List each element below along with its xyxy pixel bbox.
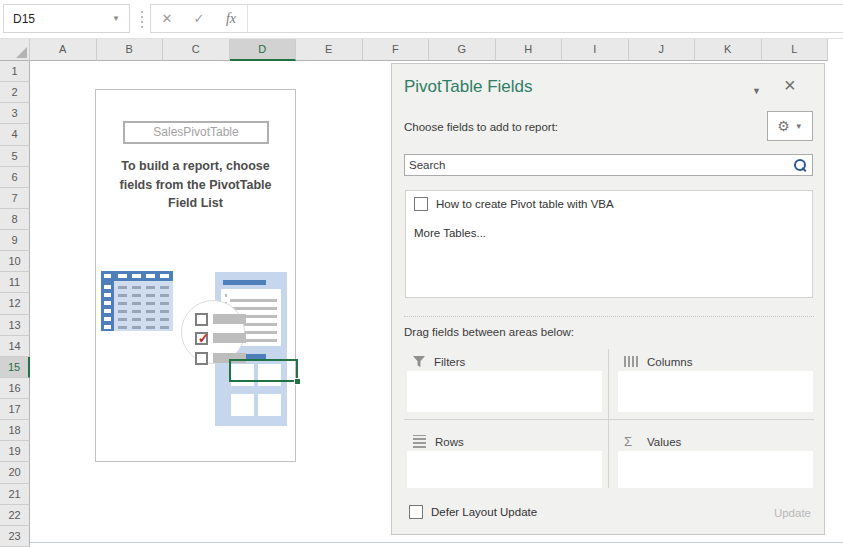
column-header-L[interactable]: L xyxy=(762,39,829,61)
column-header-B[interactable]: B xyxy=(97,39,164,61)
pivot-placeholder-message: To build a report, choose fields from th… xyxy=(105,157,286,213)
defer-label: Defer Layout Update xyxy=(431,506,537,518)
pane-close-icon[interactable]: × xyxy=(784,74,796,97)
areas-horizontal-divider xyxy=(404,419,814,420)
column-header-J[interactable]: J xyxy=(629,39,696,61)
row-header-16[interactable]: 16 xyxy=(0,378,30,399)
row-header-19[interactable]: 19 xyxy=(0,441,30,462)
row-header-11[interactable]: 11 xyxy=(0,272,30,293)
insert-function-icon[interactable]: fx xyxy=(215,11,247,27)
active-cell-selection xyxy=(229,359,298,382)
illustration-checkbox-checked: ✓ xyxy=(195,332,208,345)
row-header-12[interactable]: 12 xyxy=(0,293,30,314)
area-label-filters: Filters xyxy=(434,356,465,368)
row-header-13[interactable]: 13 xyxy=(0,315,30,336)
select-all-corner[interactable] xyxy=(0,39,30,61)
formula-input[interactable] xyxy=(248,5,843,32)
row-header-5[interactable]: 5 xyxy=(0,146,30,167)
row-header-20[interactable]: 20 xyxy=(0,462,30,483)
illustration-area-box xyxy=(231,394,254,416)
formula-bar-row: D15 ▼ ✕ ✓ fx xyxy=(0,0,843,38)
illustration-checkbox xyxy=(195,352,208,365)
column-header-A[interactable]: A xyxy=(30,39,97,61)
row-header-8[interactable]: 8 xyxy=(0,209,30,230)
funnel-icon xyxy=(413,356,425,367)
gear-icon: ⚙ xyxy=(777,119,790,133)
row-header-18[interactable]: 18 xyxy=(0,420,30,441)
rows-icon xyxy=(413,435,426,448)
defer-layout-row: Defer Layout Update xyxy=(409,505,537,519)
illustration-checkbox xyxy=(195,313,208,326)
name-box[interactable]: D15 ▼ xyxy=(3,4,130,33)
more-tables-link[interactable]: More Tables... xyxy=(414,227,804,239)
pivot-placeholder: SalesPivotTable To build a report, choos… xyxy=(95,89,296,462)
fill-handle[interactable] xyxy=(294,378,301,385)
row-header-22[interactable]: 22 xyxy=(0,505,30,526)
row-header-17[interactable]: 17 xyxy=(0,399,30,420)
enter-icon[interactable]: ✓ xyxy=(183,11,215,26)
columns-icon xyxy=(624,356,638,367)
row-header-14[interactable]: 14 xyxy=(0,336,30,357)
fields-list: How to create Pivot table with VBA More … xyxy=(405,190,813,298)
columns-dropzone[interactable] xyxy=(618,371,813,412)
tools-button[interactable]: ⚙ ▼ xyxy=(767,111,813,141)
window-bottom-edge xyxy=(30,542,843,543)
row-header-23[interactable]: 23 xyxy=(0,526,30,547)
row-header-7[interactable]: 7 xyxy=(0,188,30,209)
magnifier-illustration: ✓ xyxy=(181,300,245,364)
field-checkbox[interactable] xyxy=(414,197,428,211)
table-illustration-icon xyxy=(101,271,173,331)
row-header-15[interactable]: 15 xyxy=(0,357,30,378)
pivot-name-box[interactable]: SalesPivotTable xyxy=(123,121,269,144)
red-check-icon: ✓ xyxy=(197,330,210,346)
search-input[interactable]: Search xyxy=(404,154,813,176)
pane-title: PivotTable Fields xyxy=(404,77,533,97)
values-dropzone[interactable] xyxy=(618,451,813,488)
pane-options-chevron-icon[interactable]: ▼ xyxy=(752,86,761,96)
select-all-triangle-icon xyxy=(16,47,27,58)
column-header-F[interactable]: F xyxy=(363,39,430,61)
column-header-E[interactable]: E xyxy=(296,39,363,61)
area-label-values: Values xyxy=(647,436,681,448)
row-header-1[interactable]: 1 xyxy=(0,61,30,82)
update-button[interactable]: Update xyxy=(774,507,811,519)
illustration-area-box xyxy=(258,394,281,416)
separator-dots xyxy=(141,10,143,28)
chevron-down-icon: ▼ xyxy=(795,122,803,131)
column-header-K[interactable]: K xyxy=(695,39,762,61)
illustration-bullets xyxy=(225,294,227,297)
row-header-6[interactable]: 6 xyxy=(0,167,30,188)
row-header-10[interactable]: 10 xyxy=(0,251,30,272)
filters-dropzone[interactable] xyxy=(407,371,602,412)
column-header-I[interactable]: I xyxy=(562,39,629,61)
name-box-dropdown-icon[interactable]: ▼ xyxy=(112,14,129,23)
pane-divider xyxy=(404,316,814,317)
area-label-columns: Columns xyxy=(647,356,692,368)
search-icon[interactable] xyxy=(793,158,807,172)
rows-dropzone[interactable] xyxy=(407,451,602,488)
defer-checkbox[interactable] xyxy=(409,505,423,519)
column-header-D[interactable]: D xyxy=(230,39,297,61)
name-box-value: D15 xyxy=(4,12,112,26)
column-header-C[interactable]: C xyxy=(163,39,230,61)
column-headers: ABCDEFGHIJKL xyxy=(30,39,828,61)
field-label: How to create Pivot table with VBA xyxy=(436,198,614,210)
row-header-4[interactable]: 4 xyxy=(0,124,30,145)
column-header-G[interactable]: G xyxy=(429,39,496,61)
areas-grid: FiltersColumnsRowsΣValues xyxy=(407,352,813,488)
row-header-3[interactable]: 3 xyxy=(0,103,30,124)
drag-hint-label: Drag fields between areas below: xyxy=(404,326,574,338)
row-header-2[interactable]: 2 xyxy=(0,82,30,103)
illustration-field-bar xyxy=(213,314,246,324)
field-item[interactable]: How to create Pivot table with VBA xyxy=(414,197,804,211)
row-header-9[interactable]: 9 xyxy=(0,230,30,251)
row-header-21[interactable]: 21 xyxy=(0,484,30,505)
cancel-icon[interactable]: ✕ xyxy=(151,11,183,26)
formula-bar: ✕ ✓ fx xyxy=(150,4,843,33)
area-label-rows: Rows xyxy=(435,436,464,448)
choose-fields-label: Choose fields to add to report: xyxy=(404,121,558,133)
pivottable-fields-pane: PivotTable Fields ▼ × Choose fields to a… xyxy=(391,63,825,535)
sigma-icon: Σ xyxy=(624,436,638,447)
column-header-H[interactable]: H xyxy=(496,39,563,61)
illustration-field-bar xyxy=(213,333,246,343)
